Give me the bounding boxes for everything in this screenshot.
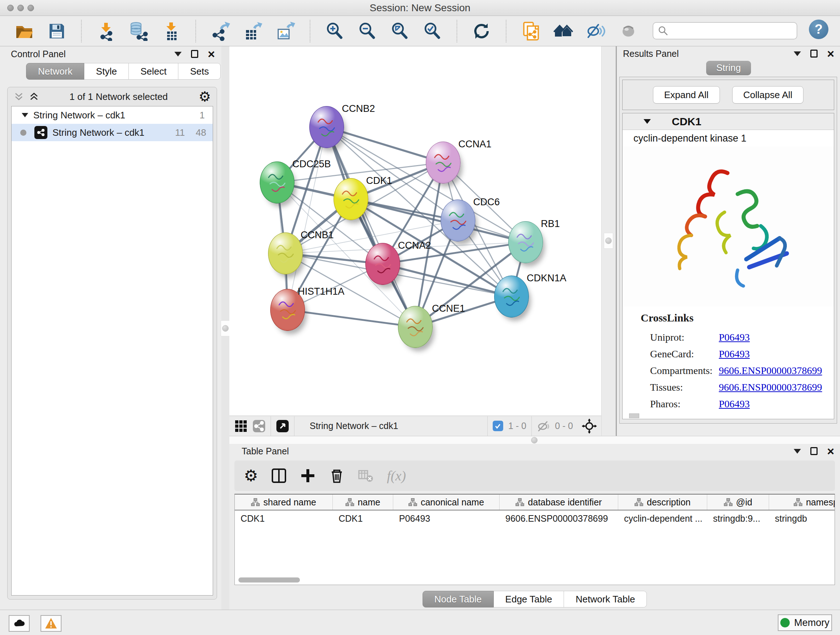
tab-node-table[interactable]: Node Table [423,591,494,608]
crosslink-value-link[interactable]: P06493 [719,398,750,410]
card-scrollbar[interactable] [629,413,639,418]
table-options-gear-icon[interactable]: ⚙ [244,468,258,484]
collapse-all-button[interactable]: Collapse All [732,86,804,103]
network-node-rb1[interactable] [508,221,543,263]
zoom-fit-icon[interactable] [390,21,409,41]
table-row[interactable]: CDK1CDK1P064939606.ENSP00000378699cyclin… [235,510,835,526]
delete-column-icon[interactable] [329,468,345,484]
network-node-cdk1[interactable] [333,178,368,220]
import-database-icon[interactable] [129,21,148,41]
left-splitter[interactable] [221,46,229,610]
hide-glasses-icon[interactable] [586,21,606,41]
help-button[interactable]: ? [809,19,829,39]
selected-checkbox[interactable] [493,421,503,431]
show-columns-icon[interactable] [271,468,287,484]
tab-select[interactable]: Select [129,63,178,80]
add-column-icon[interactable] [300,468,316,484]
collapse-panel-icon[interactable] [794,51,801,56]
expand-all-button[interactable]: Expand All [653,86,720,103]
network-overview-icon[interactable] [253,420,265,432]
column-header-description[interactable]: description [618,494,707,510]
right-splitter[interactable] [601,46,616,436]
network-edge[interactable] [287,310,415,327]
network-node-cdc6[interactable] [441,200,475,241]
tab-string[interactable]: String [706,61,751,75]
network-node-ccna2[interactable] [365,243,400,285]
close-panel-icon[interactable]: × [208,50,215,58]
warnings-button[interactable] [41,615,62,632]
column-header-name[interactable]: name [333,494,393,510]
network-node-ccna1[interactable] [426,141,461,184]
fit-content-icon[interactable] [582,418,597,434]
cloud-button[interactable] [9,615,30,632]
splitter-handle[interactable] [605,238,612,244]
network-edge[interactable] [287,127,327,310]
memory-button[interactable]: Memory [778,614,832,631]
zoom-selected-icon[interactable] [423,21,442,41]
gene-collapse-icon[interactable] [644,119,651,124]
tab-sets[interactable]: Sets [178,63,221,80]
network-collection-row[interactable]: String Network – cdk1 1 [11,106,213,124]
column-header-canonical-name[interactable]: canonical name [393,494,500,510]
export-network-icon[interactable] [210,21,230,41]
tab-edge-table[interactable]: Edge Table [494,591,564,608]
table-horizontal-scrollbar[interactable] [238,578,300,583]
hidden-eye-icon[interactable] [537,420,550,432]
network-list-panel: 1 of 1 Network selected ⚙ String Network… [7,87,217,600]
float-panel-icon[interactable] [191,50,198,58]
network-canvas[interactable]: CCNB2CCNA1CDC25BCDK1CDC6RB1CCNB1CCNA2CDK… [229,46,601,416]
network-row[interactable]: String Network – cdk1 11 48 [11,124,213,141]
collapse-all-icon[interactable] [14,92,24,101]
collection-caret-icon[interactable] [22,113,28,117]
splitter-handle[interactable] [531,437,538,443]
birdseye-view-icon[interactable] [276,420,289,432]
minimize-window-button[interactable] [17,5,24,11]
zoom-in-icon[interactable] [325,21,344,41]
float-panel-icon[interactable] [810,447,818,455]
copy-network-icon[interactable] [521,21,540,41]
crosslink-value-link[interactable]: 9606.ENSP00000378699 [719,382,822,393]
network-node-ccne1[interactable] [398,306,433,348]
node-table[interactable]: shared namenamecanonical namedatabase id… [234,494,835,585]
tab-network-table[interactable]: Network Table [564,591,647,608]
export-image-icon[interactable] [276,21,295,41]
crosslinks-section: CrossLinks Uniprot:P06493GeneCard:P06493… [622,307,834,412]
network-node-cdc25b[interactable] [260,162,294,203]
tab-style[interactable]: Style [84,63,129,80]
tab-network[interactable]: Network [26,63,84,80]
expand-all-icon[interactable] [29,92,39,101]
search-box[interactable] [653,22,797,40]
column-header--id[interactable]: @id [707,494,769,510]
import-network-icon[interactable] [96,21,116,41]
grid-view-icon[interactable] [234,420,248,432]
zoom-out-icon[interactable] [357,21,377,41]
network-node-ccnb2[interactable] [309,106,344,148]
gene-card-header[interactable]: CDK1 [622,113,834,130]
open-session-icon[interactable] [14,21,34,41]
network-options-gear-icon[interactable]: ⚙ [199,90,211,103]
column-header-namespace[interactable]: namespace [769,494,835,510]
save-session-icon[interactable] [47,21,66,41]
export-table-icon[interactable] [243,21,263,41]
string-home-icon[interactable] [554,21,573,41]
show-eye-icon[interactable] [619,21,638,41]
close-panel-icon[interactable]: × [827,50,834,57]
network-node-cdkn1a[interactable] [494,276,529,318]
column-header-shared-name[interactable]: shared name [235,494,333,510]
crosslink-value-link[interactable]: 9606.ENSP00000378699 [719,365,822,377]
close-window-button[interactable] [7,5,14,11]
import-table-icon[interactable] [161,21,181,41]
horizontal-splitter[interactable] [229,436,840,444]
collapse-panel-icon[interactable] [174,52,182,57]
zoom-window-button[interactable] [27,5,34,11]
close-panel-icon[interactable]: × [827,447,834,455]
refresh-icon[interactable] [472,21,491,41]
network-edge[interactable] [327,127,443,163]
network-node-ccnb1[interactable] [268,233,303,274]
float-panel-icon[interactable] [810,50,818,57]
column-header-database-identifier[interactable]: database identifier [500,494,618,510]
splitter-handle[interactable] [222,325,229,332]
crosslink-value-link[interactable]: P06493 [719,348,750,360]
collapse-panel-icon[interactable] [794,449,801,454]
crosslink-value-link[interactable]: P06493 [719,332,750,343]
